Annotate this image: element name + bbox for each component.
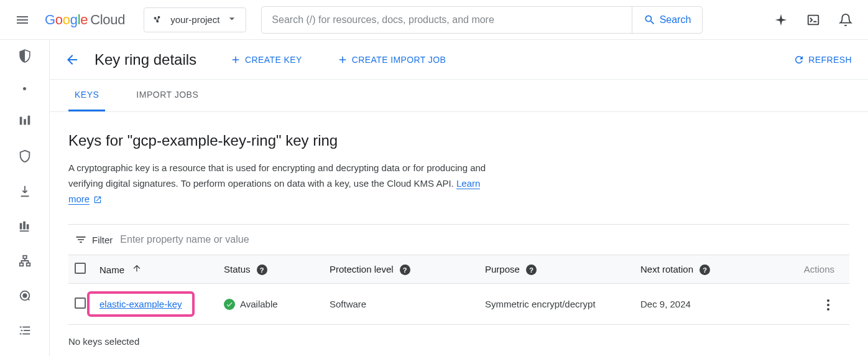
tab-keys[interactable]: KEYS xyxy=(68,80,105,111)
protection-cell: Software xyxy=(323,284,479,325)
refresh-icon xyxy=(793,54,805,65)
nav-columns-icon[interactable] xyxy=(16,217,34,235)
nav-compliance-icon[interactable] xyxy=(16,287,34,304)
svg-point-17 xyxy=(23,294,27,297)
page-header: Key ring details CREATE KEY CREATE IMPOR… xyxy=(50,40,868,80)
nav-shield-outline-icon[interactable] xyxy=(16,148,34,165)
svg-rect-8 xyxy=(27,116,30,125)
menu-icon[interactable] xyxy=(7,5,37,35)
status-cell: Available xyxy=(224,299,317,310)
sort-arrow-up-icon xyxy=(132,265,142,275)
svg-line-4 xyxy=(157,17,159,21)
help-icon[interactable]: ? xyxy=(400,265,410,275)
create-key-button[interactable]: CREATE KEY xyxy=(224,49,308,70)
external-link-icon xyxy=(91,194,102,204)
svg-rect-7 xyxy=(24,119,26,124)
highlight-annotation: elastic-example-key xyxy=(87,291,195,317)
plus-icon xyxy=(230,54,241,65)
row-checkbox[interactable] xyxy=(75,297,86,309)
row-actions-menu-icon[interactable] xyxy=(822,294,834,316)
rotation-cell: Dec 9, 2024 xyxy=(634,284,793,325)
nav-download-icon[interactable] xyxy=(16,182,34,200)
svg-rect-18 xyxy=(19,327,21,328)
section-title: Keys for "gcp-example-key-ring" key ring xyxy=(68,132,849,149)
search-input[interactable] xyxy=(262,14,631,26)
help-icon[interactable]: ? xyxy=(699,265,710,275)
svg-rect-13 xyxy=(23,256,27,259)
nav-inventory-icon[interactable] xyxy=(16,113,34,130)
column-rotation: Next rotation ? xyxy=(634,255,793,284)
svg-rect-22 xyxy=(19,334,21,335)
svg-rect-15 xyxy=(26,263,30,266)
purpose-cell: Symmetric encrypt/decrypt xyxy=(479,284,634,325)
nav-list-icon[interactable] xyxy=(16,322,34,339)
selection-footer: No keys selected xyxy=(68,325,849,356)
svg-rect-9 xyxy=(19,223,22,229)
column-actions: Actions xyxy=(793,255,849,284)
create-import-job-button[interactable]: CREATE IMPORT JOB xyxy=(331,49,453,70)
back-arrow-icon[interactable] xyxy=(60,47,85,72)
column-status: Status ? xyxy=(218,255,323,284)
cloud-shell-icon[interactable] xyxy=(798,5,828,35)
refresh-button[interactable]: REFRESH xyxy=(787,49,858,70)
project-icon xyxy=(152,14,164,26)
chevron-down-icon xyxy=(226,12,238,27)
key-name-link[interactable]: elastic-example-key xyxy=(99,299,182,309)
tabs: KEYS IMPORT JOBS xyxy=(50,80,868,112)
svg-rect-20 xyxy=(21,330,22,331)
select-all-checkbox[interactable] xyxy=(75,263,86,274)
check-circle-icon xyxy=(224,299,235,310)
svg-rect-21 xyxy=(24,330,30,331)
svg-rect-6 xyxy=(19,117,22,125)
project-picker[interactable]: your-project xyxy=(144,7,246,32)
separator-dot xyxy=(23,87,26,90)
svg-line-3 xyxy=(155,18,157,21)
search-button[interactable]: Search xyxy=(632,7,703,33)
column-purpose: Purpose ? xyxy=(479,255,634,284)
section-description: A cryptographic key is a resource that i… xyxy=(68,161,491,207)
filter-label: Filter xyxy=(75,233,113,246)
filter-input[interactable] xyxy=(120,234,843,245)
help-icon[interactable]: ? xyxy=(526,265,537,275)
gemini-icon[interactable] xyxy=(766,5,796,35)
svg-rect-12 xyxy=(19,230,29,232)
top-bar: GoogleCloud your-project Search xyxy=(0,0,868,40)
search-bar: Search xyxy=(261,6,703,34)
svg-rect-5 xyxy=(808,15,819,24)
filter-icon xyxy=(75,233,87,246)
svg-rect-10 xyxy=(23,222,25,230)
svg-rect-23 xyxy=(22,334,30,335)
nav-hierarchy-icon[interactable] xyxy=(16,252,34,269)
help-icon[interactable]: ? xyxy=(257,265,267,275)
search-icon xyxy=(644,14,656,26)
filter-row: Filter xyxy=(68,225,849,255)
notifications-icon[interactable] xyxy=(831,5,861,35)
table-row: elastic-example-key Available xyxy=(68,284,849,325)
project-name: your-project xyxy=(170,14,219,25)
google-cloud-logo[interactable]: GoogleCloud xyxy=(45,12,125,28)
column-name[interactable]: Name xyxy=(93,255,218,284)
column-protection: Protection level ? xyxy=(323,255,479,284)
security-shield-icon[interactable] xyxy=(16,47,34,65)
tab-import-jobs[interactable]: IMPORT JOBS xyxy=(130,80,205,111)
left-rail xyxy=(0,40,50,356)
svg-rect-11 xyxy=(26,224,29,229)
plus-icon xyxy=(337,54,348,65)
svg-rect-14 xyxy=(19,263,23,266)
svg-rect-19 xyxy=(22,327,30,328)
keys-table: Name Status ? Protection level xyxy=(68,255,849,325)
page-title: Key ring details xyxy=(95,51,196,68)
